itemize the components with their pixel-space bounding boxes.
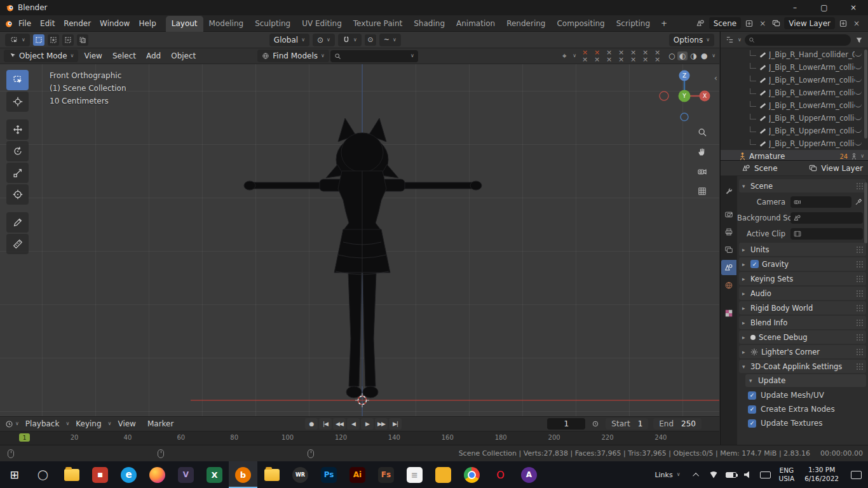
viewport-toggle-icon[interactable]: × — [579, 56, 591, 63]
excel-button[interactable]: X — [200, 461, 229, 488]
hide-eye-icon[interactable] — [855, 65, 862, 69]
select-mode-intersect-button[interactable] — [77, 34, 88, 46]
viewport-toggle-icon[interactable]: × — [603, 56, 615, 63]
app-yellow-button[interactable] — [429, 461, 458, 488]
pivot-point-dropdown[interactable]: ⊙ ∨ — [313, 34, 335, 46]
app-red-button[interactable]: ■ — [86, 461, 114, 488]
outliner-item[interactable]: J_Bip_R_UpperArm_collic — [721, 112, 868, 125]
rotate-tool[interactable] — [6, 141, 29, 161]
next-keyframe-button[interactable]: ▶▶ — [375, 418, 388, 430]
panel-audio[interactable]: ▸Audio — [739, 287, 866, 300]
tab-world[interactable] — [721, 278, 736, 293]
drag-handle[interactable] — [856, 348, 864, 355]
drag-handle[interactable] — [856, 275, 864, 282]
zoom-icon[interactable] — [695, 125, 709, 139]
menu-edit[interactable]: Edit — [36, 15, 59, 32]
panel-lighter-s-corner[interactable]: ▸Lighter's Corner — [739, 345, 866, 358]
workspace-tab-modeling[interactable]: Modeling — [203, 16, 250, 32]
edge-button[interactable]: e — [114, 461, 143, 488]
menu-add[interactable]: Add — [142, 51, 165, 60]
language-indicator[interactable]: ENG USIA — [774, 466, 800, 483]
menu-file[interactable]: File — [14, 15, 36, 32]
navigation-gizmo[interactable]: Z X Y — [656, 67, 713, 125]
links-toolbar[interactable]: Links ∨ — [647, 471, 688, 479]
background-scene-field[interactable] — [790, 212, 863, 224]
notepad-button[interactable]: ≡ — [400, 461, 429, 488]
drag-handle[interactable] — [856, 246, 864, 253]
breadcrumb-view-layer[interactable]: View Layer — [821, 164, 863, 173]
file-explorer-button[interactable] — [57, 461, 86, 488]
panel-3d-coat-applink-settings[interactable]: ▾3D-Coat Applink Settings — [739, 360, 866, 373]
outliner-item[interactable]: J_Bip_R_UpperArm_collic — [721, 137, 868, 150]
select-mode-extend-button[interactable] — [48, 34, 59, 46]
material-preview-shading-icon[interactable]: ◑ — [688, 51, 698, 60]
new-view-layer-button[interactable] — [838, 18, 848, 29]
browse-scene-icon[interactable] — [696, 18, 706, 29]
hide-eye-icon[interactable] — [855, 142, 862, 146]
camera-field[interactable] — [790, 196, 851, 208]
eyedropper-icon[interactable] — [855, 198, 863, 206]
blender-button[interactable]: b — [229, 461, 257, 488]
app-menu-blender-icon[interactable] — [4, 18, 14, 29]
menu-keying[interactable]: Keying — [71, 419, 106, 428]
folder-button[interactable] — [257, 461, 286, 488]
cursor-tool[interactable] — [6, 92, 29, 112]
view-layer-field[interactable]: View Layer — [784, 17, 835, 29]
play-button[interactable]: ▶ — [361, 418, 374, 430]
workspace-tab-uv-editing[interactable]: UV Editing — [296, 16, 348, 32]
transform-tool[interactable] — [6, 184, 29, 205]
character-model[interactable] — [0, 64, 719, 416]
filter-icon[interactable] — [854, 35, 864, 45]
viewport-toggle-icon[interactable]: × — [615, 56, 627, 63]
close-button[interactable]: × — [839, 0, 868, 15]
timeline-ruler[interactable]: 1 20406080100120140160180200220240 — [0, 431, 719, 445]
menu-render[interactable]: Render — [59, 15, 95, 32]
outliner-editor-icon[interactable] — [724, 35, 735, 45]
select-mode-new-button[interactable] — [33, 34, 44, 46]
drag-handle[interactable] — [856, 304, 864, 311]
drag-handle[interactable] — [856, 334, 864, 341]
tab-render[interactable] — [721, 207, 736, 222]
workspace-tab-layout[interactable]: Layout — [166, 16, 203, 32]
drag-handle[interactable] — [856, 261, 864, 268]
select-mode-subtract-button[interactable] — [62, 34, 74, 46]
unlink-scene-button[interactable]: × — [757, 18, 768, 29]
drag-handle[interactable] — [856, 319, 864, 326]
menu-view[interactable]: View — [112, 419, 140, 428]
outliner-item[interactable]: J_Bip_R_Hand_collider_0 — [721, 48, 868, 61]
network-icon[interactable] — [705, 461, 722, 488]
app-dark-button[interactable]: V — [172, 461, 200, 488]
drag-handle[interactable] — [856, 290, 864, 297]
snapping-dropdown[interactable]: ∨ — [338, 34, 362, 46]
tab-output[interactable] — [721, 224, 736, 240]
photoshop-button[interactable]: Ps — [315, 461, 343, 488]
sidebar-collapse-icon[interactable]: ‹ — [714, 73, 717, 83]
tab-tool[interactable] — [721, 184, 736, 199]
active-tool-dropdown[interactable]: ∨ — [5, 34, 30, 46]
remove-view-layer-button[interactable]: × — [851, 18, 862, 29]
jump-end-button[interactable]: ▶| — [389, 418, 402, 430]
outliner-item[interactable]: J_Bip_R_LowerArm_collic — [721, 86, 868, 99]
viewport-3d[interactable]: Front Orthographic (1) Scene Collection … — [0, 64, 719, 416]
workspace-tab-rendering[interactable]: Rendering — [501, 16, 551, 32]
menu-playback[interactable]: Playback — [20, 419, 65, 428]
firefox-button[interactable] — [143, 461, 172, 488]
selectability-icon[interactable]: ⌖ — [559, 50, 570, 62]
panel-rigid-body-world[interactable]: ▸Rigid Body World — [739, 301, 866, 315]
panel-scene-debug[interactable]: ▸Scene Debug — [739, 330, 866, 344]
panel-keying-sets[interactable]: ▸Keying Sets — [739, 272, 866, 285]
search-button[interactable]: ◯ — [29, 461, 57, 488]
hide-eye-icon[interactable] — [855, 53, 862, 57]
outliner-armature-row[interactable]: Armature 24 ∨ — [721, 150, 868, 160]
transform-orientation-dropdown[interactable]: Global ∨ — [269, 34, 309, 46]
fs-app-button[interactable]: Fs — [372, 461, 400, 488]
solid-shading-icon[interactable]: ◐ — [677, 51, 688, 60]
checkbox-icon[interactable]: ✓ — [748, 391, 756, 400]
update-option-update-textures[interactable]: ✓Update Textures — [737, 416, 868, 430]
viewport-toggle-icon[interactable]: × — [639, 56, 651, 63]
outliner-item[interactable]: J_Bip_R_LowerArm_collic — [721, 61, 868, 74]
falloff-dropdown[interactable]: ~ ∨ — [379, 34, 401, 46]
options-dropdown[interactable]: Options ∨ — [669, 34, 714, 46]
measure-tool[interactable] — [6, 234, 29, 254]
update-option-update-mesh-uv[interactable]: ✓Update Mesh/UV — [737, 388, 868, 402]
